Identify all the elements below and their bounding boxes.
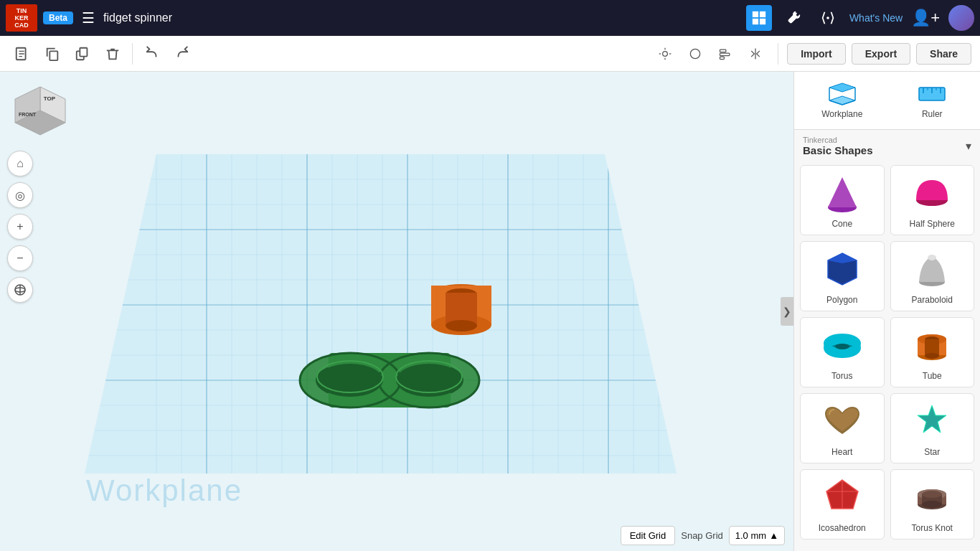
shape-tube[interactable]: Tube: [890, 317, 975, 387]
shape-icosahedron[interactable]: Icosahedron: [800, 469, 885, 540]
mirror-button[interactable]: [742, 40, 769, 67]
scene-svg: [0, 72, 793, 551]
project-title[interactable]: fidget spinner: [103, 11, 740, 24]
copy-button[interactable]: [39, 40, 66, 67]
shape-ring[interactable]: Torus Knot: [890, 469, 975, 540]
whats-new-button[interactable]: What's New: [849, 12, 903, 24]
shapes-header: Tinkercad Basic Shapes ▾: [794, 130, 980, 159]
shape-paraboloid[interactable]: Paraboloid: [890, 241, 975, 311]
beta-badge: Beta: [43, 11, 73, 24]
shape-outline-button[interactable]: [682, 40, 709, 67]
new-button[interactable]: [9, 40, 36, 67]
shape-ring-label: Torus Knot: [912, 523, 953, 533]
svg-rect-21: [720, 57, 725, 59]
toolbar-separator-1: [132, 43, 133, 65]
shape-cone[interactable]: Cone: [800, 165, 885, 235]
shape-polygon[interactable]: Polygon: [800, 241, 885, 311]
shape-icosahedron-label: Icosahedron: [819, 523, 866, 533]
svg-marker-103: [828, 177, 857, 207]
shape-torus[interactable]: Torus: [800, 317, 885, 387]
shape-star-label: Star: [924, 447, 940, 457]
toolbar-separator-2: [778, 43, 778, 65]
svg-text:CAD: CAD: [14, 22, 29, 29]
shapes-grid: Cone Half Sphere Polygon: [794, 159, 980, 551]
top-right-icons: What's New 👤+: [746, 5, 974, 31]
tools-button[interactable]: [781, 5, 806, 31]
svg-point-135: [922, 501, 942, 508]
ruler-button[interactable]: Ruler: [890, 77, 975, 123]
svg-rect-19: [720, 50, 726, 52]
redo-button[interactable]: [169, 40, 196, 67]
right-panel: Workplane Ruler Tinkercad Basic Shapes: [793, 72, 980, 551]
snap-grid-label: Snap Grid: [681, 530, 723, 541]
svg-marker-93: [829, 96, 855, 105]
svg-point-8: [826, 17, 829, 19]
viewport[interactable]: TOP FRONT ⌂ ◎ + −: [0, 72, 793, 551]
tinkercad-logo[interactable]: TIN KER CAD: [6, 4, 37, 32]
ruler-label: Ruler: [922, 109, 943, 119]
share-button[interactable]: Share: [916, 43, 971, 65]
svg-rect-4: [753, 11, 758, 17]
duplicate-button[interactable]: [69, 40, 96, 67]
shape-half-sphere-label: Half Sphere: [910, 219, 955, 229]
shape-heart[interactable]: Heart: [800, 393, 885, 463]
svg-point-116: [835, 344, 849, 349]
shape-tube-label: Tube: [923, 371, 942, 381]
svg-marker-31: [85, 154, 677, 474]
shapes-dropdown-button[interactable]: ▾: [966, 139, 971, 153]
import-button[interactable]: Import: [787, 43, 846, 65]
delete-button[interactable]: [99, 40, 126, 67]
svg-point-109: [928, 255, 936, 260]
code-button[interactable]: [815, 5, 841, 31]
shape-polygon-label: Polygon: [826, 295, 857, 305]
topbar: TIN KER CAD Beta ☰ fidget spinner What's…: [0, 0, 980, 36]
svg-marker-90: [829, 83, 855, 92]
svg-point-78: [446, 320, 477, 331]
svg-point-18: [691, 49, 700, 58]
add-user-button[interactable]: 👤+: [911, 9, 940, 27]
svg-rect-10: [50, 51, 57, 60]
svg-rect-7: [760, 19, 765, 24]
toolbar-right: Import Export Share: [651, 40, 971, 67]
svg-text:KER: KER: [14, 14, 29, 22]
shape-torus-label: Torus: [831, 371, 852, 381]
wp-ruler-bar: Workplane Ruler: [794, 72, 980, 130]
svg-rect-20: [720, 53, 730, 55]
shapes-title: Basic Shapes: [803, 144, 873, 156]
shape-half-sphere[interactable]: Half Sphere: [890, 165, 975, 235]
svg-rect-6: [753, 19, 758, 24]
main: TOP FRONT ⌂ ◎ + −: [0, 72, 980, 551]
shape-paraboloid-label: Paraboloid: [912, 295, 953, 305]
toolbar: Import Export Share: [0, 36, 980, 72]
snap-grid-value[interactable]: 1.0 mm ▲: [729, 526, 785, 545]
grid-view-button[interactable]: [746, 5, 772, 31]
shape-heart-label: Heart: [831, 447, 852, 457]
undo-button[interactable]: [138, 40, 166, 67]
svg-rect-12: [80, 47, 87, 56]
shapes-category: Tinkercad: [803, 136, 873, 144]
edit-grid-button[interactable]: Edit Grid: [621, 526, 676, 545]
shape-star[interactable]: Star: [890, 393, 975, 463]
workplane-button[interactable]: Workplane: [800, 77, 885, 123]
export-button[interactable]: Export: [852, 43, 910, 65]
avatar[interactable]: [948, 5, 974, 31]
svg-rect-5: [760, 11, 765, 17]
svg-text:TIN: TIN: [17, 7, 27, 14]
collapse-panel-button[interactable]: ❯: [781, 297, 793, 326]
svg-point-123: [925, 353, 939, 359]
align-button[interactable]: [712, 40, 739, 67]
workplane-label: Workplane: [821, 109, 862, 119]
svg-point-13: [663, 51, 668, 56]
light-button-1[interactable]: [651, 40, 679, 67]
bottom-bar: Edit Grid Snap Grid 1.0 mm ▲: [612, 520, 793, 551]
shape-cone-label: Cone: [831, 219, 852, 229]
svg-point-136: [922, 491, 942, 498]
menu-icon[interactable]: ☰: [79, 6, 98, 29]
